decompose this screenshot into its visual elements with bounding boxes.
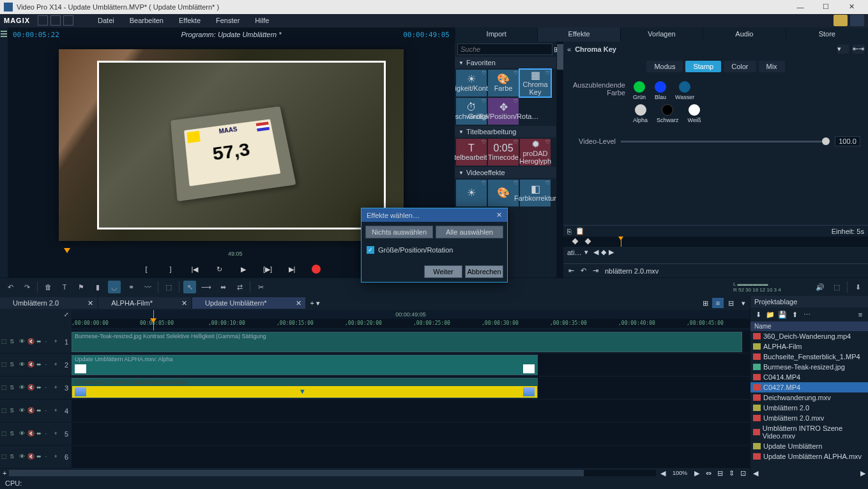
swatch-blau[interactable]: Blau <box>655 81 666 100</box>
track-expand-icon[interactable]: + <box>54 407 62 415</box>
undo-icon[interactable]: ↶ <box>4 281 17 293</box>
settings-icon[interactable] <box>850 15 864 26</box>
kf-prev-icon[interactable]: ◀ <box>593 248 598 256</box>
swatch-schwarz[interactable]: Schwarz <box>657 104 679 123</box>
timeline-playhead[interactable] <box>153 310 154 330</box>
track-expand-icon[interactable]: + <box>54 430 62 438</box>
timeline-lane[interactable] <box>72 446 750 469</box>
bin-save-icon[interactable]: 💾 <box>777 309 788 320</box>
timeline-clip[interactable]: Umblättern 2.0.mxv Größe/Position/Rotati… <box>72 378 538 398</box>
timecode-in[interactable]: 00:00:05:22 <box>13 31 59 39</box>
cut-tool-icon[interactable]: ⟶ <box>200 281 213 293</box>
zoom-value[interactable]: 100% <box>670 470 690 476</box>
track-solo-icon[interactable]: S <box>10 384 18 392</box>
select-none-button[interactable]: Nichts auswählen <box>365 226 433 238</box>
track-solo-icon[interactable]: S <box>10 338 18 346</box>
tab-vorlagen[interactable]: Vorlagen <box>620 27 703 42</box>
track-solo-icon[interactable]: S <box>10 430 18 438</box>
video-level-value[interactable]: 100.0 <box>835 136 860 146</box>
expand-icon[interactable]: ⇤⇥ <box>853 45 864 54</box>
track-eye-icon[interactable]: 👁 <box>19 361 27 369</box>
favorite-icon[interactable]: ♡ <box>482 98 486 104</box>
effect-menu-icon[interactable]: ▾ <box>837 45 849 54</box>
delete-icon[interactable]: 🗑 <box>42 281 54 293</box>
dialog-checkbox[interactable]: ✓ <box>367 246 374 254</box>
video-level-slider[interactable] <box>621 141 830 143</box>
wave-icon[interactable]: 〰 <box>141 281 154 293</box>
timeline-menu-icon[interactable]: ▾ <box>738 298 749 308</box>
zoom-h-in-icon[interactable]: ▶ <box>692 469 701 477</box>
mode-stamp[interactable]: Stamp <box>685 61 721 72</box>
track-eye-icon[interactable]: 👁 <box>19 453 27 461</box>
kf-copy-icon[interactable]: ⎘ <box>567 228 572 235</box>
track-mute-icon[interactable]: 🔇 <box>27 453 35 461</box>
favorite-icon[interactable]: ♡ <box>545 180 550 186</box>
timeline-view-3-icon[interactable]: ⊟ <box>725 298 736 308</box>
tab-import[interactable]: Import <box>455 27 537 42</box>
close-button[interactable]: ✕ <box>839 3 864 11</box>
effect-tile[interactable]: ♡☀Helligkeit/Kontrast <box>456 70 487 97</box>
bin-item[interactable]: Deichwanderung.mxv <box>750 392 868 403</box>
clip-prev-icon[interactable]: ⇤ <box>568 267 574 275</box>
track-mute-icon[interactable]: 🔇 <box>27 361 35 369</box>
close-tab-icon[interactable]: ✕ <box>181 299 187 307</box>
minimize-button[interactable]: — <box>788 3 813 11</box>
effect-tile[interactable]: ♡🎨Farbe <box>488 70 519 97</box>
mark-out-icon[interactable]: ] <box>165 263 176 275</box>
track-solo-icon[interactable]: S <box>10 453 18 461</box>
kf-add-icon[interactable]: ◆ <box>601 248 606 256</box>
stretch-icon[interactable]: ⇄ <box>233 281 246 293</box>
chapter-icon[interactable]: ▮ <box>91 281 104 293</box>
favorite-icon[interactable]: ♡ <box>545 70 550 76</box>
bin-item[interactable]: Burmese-Teak-resized.jpg <box>750 362 868 372</box>
menu-effekte[interactable]: Effekte <box>172 15 207 26</box>
ruler-tool-icon[interactable]: ⤢ <box>0 310 72 319</box>
title-tool-icon[interactable]: T <box>58 281 71 293</box>
new-file-icon[interactable] <box>38 15 48 26</box>
bin-item[interactable]: C0427.MP4 <box>750 382 868 392</box>
menu-fenster[interactable]: Fenster <box>209 15 246 26</box>
clip-next-icon[interactable]: ⇥ <box>593 267 598 275</box>
dialog-item[interactable]: Größe/Position/Rotation <box>378 246 453 254</box>
kf-row-dropdown[interactable]: ▾ <box>584 248 588 256</box>
search-input[interactable] <box>457 43 552 55</box>
effect-tile[interactable]: ♡⏱Geschwindigkeit <box>456 98 487 125</box>
bin-more-icon[interactable]: ⋯ <box>802 309 812 320</box>
favorite-icon[interactable]: ♡ <box>514 139 518 145</box>
kf-next-icon[interactable]: ▶ <box>609 248 614 256</box>
timeline-ruler[interactable]: ,00:00:00:0000:00:05:00,00:00:10:00,00:0… <box>72 319 750 328</box>
track-lock-icon[interactable]: ⬚ <box>1 407 9 415</box>
favorite-icon[interactable]: ♡ <box>514 98 518 104</box>
favorite-icon[interactable]: ♡ <box>514 180 518 186</box>
track-lock-icon[interactable]: ⬚ <box>1 384 9 392</box>
track-fx-icon[interactable]: ⬌ <box>36 453 44 461</box>
track-solo-icon[interactable]: S <box>10 407 18 415</box>
favorite-icon[interactable]: ♡ <box>482 180 486 186</box>
select-tool-icon[interactable]: ↖ <box>183 281 196 293</box>
menu-datei[interactable]: Datei <box>91 15 121 26</box>
bin-item[interactable]: Umblättern 2.0.mxv <box>750 413 868 423</box>
mark-in-icon[interactable]: [ <box>141 263 152 275</box>
group-icon[interactable]: ⬚ <box>162 281 175 293</box>
sequence-tab[interactable]: Update Umblättern*✕ <box>192 297 305 309</box>
hamburger-icon[interactable] <box>1 31 7 32</box>
premium-icon[interactable] <box>834 15 848 26</box>
favorite-icon[interactable]: ♡ <box>514 70 518 76</box>
track-fx-icon[interactable]: ⬌ <box>36 407 44 415</box>
clip-undo-icon[interactable]: ↶ <box>581 267 586 275</box>
track-expand-icon[interactable]: + <box>54 338 62 346</box>
favorite-icon[interactable]: ♡ <box>545 139 550 145</box>
bin-scroll-left[interactable]: ◀ <box>753 469 758 477</box>
tab-audio[interactable]: Audio <box>703 27 785 42</box>
goto-start-icon[interactable]: |◀ <box>189 263 201 275</box>
back-icon[interactable]: « <box>567 45 571 53</box>
tab-effekte[interactable]: Effekte <box>537 27 620 42</box>
fit-h-icon[interactable]: ⇔ <box>704 469 713 477</box>
mode-color[interactable]: Color <box>724 61 756 72</box>
bin-item[interactable]: Umblättern 2.0 <box>750 403 868 413</box>
category-header[interactable]: ▼Favoriten <box>455 57 556 68</box>
swatch-weiß[interactable]: Weiß <box>688 104 701 123</box>
track-mute-icon[interactable]: 🔇 <box>27 430 35 438</box>
close-tab-icon[interactable]: ✕ <box>88 299 93 307</box>
track-fx-icon[interactable]: ⬌ <box>36 430 44 438</box>
